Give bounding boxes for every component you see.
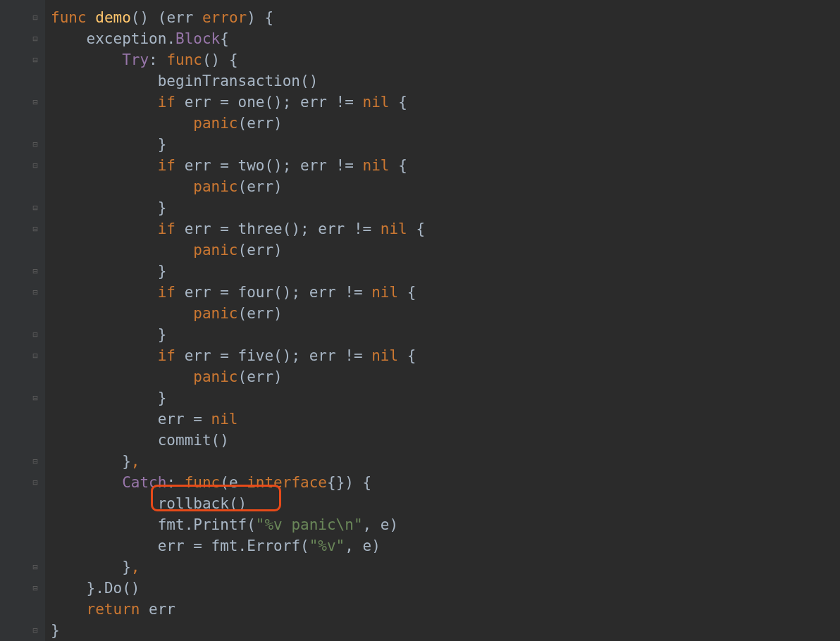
code-line[interactable]: if err = one(); err != nil { [51, 92, 840, 113]
code-line[interactable]: Catch: func(e interface{}) { [51, 472, 840, 493]
code-line[interactable]: panic(err) [51, 239, 840, 261]
fold-icon[interactable]: ⊟ [30, 7, 41, 28]
code-line[interactable]: fmt.Printf("%v panic\n", e) [51, 514, 840, 535]
code-line[interactable]: panic(err) [51, 303, 840, 324]
code-line[interactable]: } [51, 134, 840, 155]
code-line[interactable]: exception.Block{ [51, 28, 840, 49]
highlighted-rollback: rollback [158, 495, 229, 512]
function-name: demo [95, 9, 131, 26]
code-line[interactable]: if err = five(); err != nil { [51, 345, 840, 366]
fold-end-icon[interactable]: ⊟ [30, 324, 41, 345]
fold-end-icon[interactable]: ⊟ [30, 134, 41, 155]
fold-icon[interactable]: ⊟ [30, 28, 41, 49]
fold-markers: ⊟ ⊟ ⊟ ⊟ ⊟ ⊟ ⊟ ⊟ ⊟ ⊟ ⊟ ⊟ ⊟ ⊟ ⊟ ⊟ ⊟ ⊟ [0, 0, 45, 641]
code-line[interactable]: func demo() (err error) { [51, 7, 840, 28]
code-line[interactable]: panic(err) [51, 113, 840, 134]
code-line[interactable]: } [51, 620, 840, 641]
fold-icon[interactable]: ⊟ [30, 49, 41, 70]
code-editor[interactable]: func demo() (err error) { exception.Bloc… [45, 0, 840, 641]
fold-end-icon[interactable]: ⊟ [30, 578, 41, 599]
fold-end-icon[interactable]: ⊟ [30, 556, 41, 578]
code-line[interactable]: if err = two(); err != nil { [51, 155, 840, 176]
code-line[interactable]: if err = four(); err != nil { [51, 282, 840, 303]
fold-icon[interactable]: ⊟ [30, 282, 41, 303]
code-line[interactable]: err = nil [51, 409, 840, 430]
code-line[interactable]: }, [51, 556, 840, 578]
code-line[interactable]: beginTransaction() [51, 70, 840, 92]
code-line[interactable]: if err = three(); err != nil { [51, 218, 840, 239]
code-line[interactable]: panic(err) [51, 366, 840, 387]
fold-icon[interactable]: ⊟ [30, 92, 41, 113]
code-line[interactable]: err = fmt.Errorf("%v", e) [51, 535, 840, 556]
fold-end-icon[interactable]: ⊟ [30, 451, 41, 472]
code-line[interactable]: } [51, 387, 840, 409]
fold-icon[interactable]: ⊟ [30, 472, 41, 493]
code-line[interactable]: return err [51, 599, 840, 620]
fold-icon[interactable]: ⊟ [30, 155, 41, 176]
fold-end-icon[interactable]: ⊟ [30, 197, 41, 218]
code-line[interactable]: }.Do() [51, 578, 840, 599]
editor-gutter: ⊟ ⊟ ⊟ ⊟ ⊟ ⊟ ⊟ ⊟ ⊟ ⊟ ⊟ ⊟ ⊟ ⊟ ⊟ ⊟ ⊟ ⊟ [0, 0, 45, 641]
code-line[interactable]: rollback() [51, 493, 840, 514]
fold-end-icon[interactable]: ⊟ [30, 387, 41, 409]
code-line[interactable]: Try: func() { [51, 49, 840, 70]
code-line[interactable]: } [51, 324, 840, 345]
code-line[interactable]: } [51, 261, 840, 282]
fold-icon[interactable]: ⊟ [30, 345, 41, 366]
fold-end-icon[interactable]: ⊟ [30, 261, 41, 282]
code-line[interactable]: } [51, 197, 840, 218]
fold-icon[interactable]: ⊟ [30, 218, 41, 239]
code-line[interactable]: commit() [51, 430, 840, 451]
fold-end-icon[interactable]: ⊟ [30, 620, 41, 641]
code-line[interactable]: }, [51, 451, 840, 472]
code-line[interactable]: panic(err) [51, 176, 840, 197]
keyword-func: func [51, 9, 87, 26]
